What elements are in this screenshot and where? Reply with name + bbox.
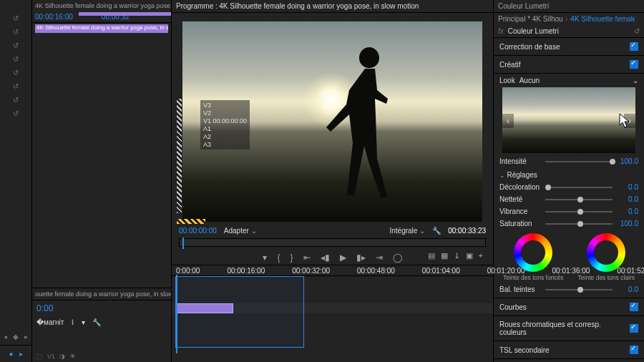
section-checkbox[interactable] — [630, 346, 638, 354]
slider-intensity[interactable]: Intensité 100.0 — [499, 157, 638, 165]
compare-button[interactable]: ▣ — [466, 251, 473, 260]
program-canvas[interactable]: V3 V2 V1 00:00:00:00 A1 A2 A3 — [182, 21, 482, 222]
marker-icon[interactable]: ▾ — [82, 318, 85, 326]
mark-out-button[interactable]: } — [291, 253, 293, 263]
section-curves[interactable]: Courbes — [494, 298, 644, 316]
sequence-tab[interactable]: ouette female doing a warrior yoga pose,… — [32, 288, 171, 300]
step-back-button[interactable]: ◂▮ — [321, 253, 330, 263]
fx-reset-icon[interactable]: ↺ — [634, 27, 640, 35]
link-icon[interactable]: ⌇ — [71, 318, 74, 326]
mark-in-button[interactable]: { — [277, 253, 280, 263]
next-icon[interactable]: ▸ — [24, 333, 28, 341]
slider-value[interactable]: 0.0 — [617, 285, 638, 293]
undo-icon-2[interactable]: ↺ — [13, 28, 19, 36]
integral-dropdown[interactable]: Intégrale ⌄ — [389, 227, 425, 235]
slider-tint[interactable]: Bal. teintes 0.0 — [499, 285, 638, 293]
settings-subheader[interactable]: ⌄ Réglages — [499, 171, 638, 179]
undo-icon-3[interactable]: ↺ — [13, 41, 19, 49]
track-toggle[interactable]: ◑ — [59, 353, 65, 360]
look-prev-button[interactable]: ‹ — [502, 114, 514, 128]
section-hsl[interactable]: TSL secondaire — [494, 341, 644, 359]
section-creative-header[interactable]: Créatif — [494, 56, 644, 74]
overlay-a2: A2 — [203, 133, 247, 140]
slider-value[interactable]: 0.0 — [617, 207, 638, 215]
section-creative-body: Look Aucun ⌄ ‹ › Intensité 100.0 ⌄ Régla… — [494, 74, 644, 298]
undo-icon-6[interactable]: ↺ — [13, 82, 19, 90]
color-wheel-icon[interactable] — [514, 233, 552, 272]
slider-track[interactable] — [545, 187, 613, 188]
safe-margin-left — [177, 99, 182, 213]
dot-icon[interactable]: ● — [9, 350, 13, 358]
undo-icon-5[interactable]: ↺ — [13, 69, 19, 77]
extract-button[interactable]: ▦ — [441, 251, 448, 260]
color-wheel-icon[interactable] — [587, 233, 625, 272]
goto-in-button[interactable]: ⇤ — [303, 253, 311, 263]
program-tc-left[interactable]: 00:00:00:00 — [179, 227, 217, 235]
section-checkbox[interactable] — [630, 42, 638, 51]
slider-faded[interactable]: Décoloration 0.0 — [499, 183, 638, 191]
slider-value[interactable]: 0.0 — [617, 195, 638, 203]
slider-vibrance[interactable]: Vibrance 0.0 — [499, 207, 638, 215]
wrench-icon[interactable]: 🔧 — [92, 318, 101, 326]
play-button[interactable]: ▶ — [340, 253, 346, 263]
lumetri-panel-title[interactable]: Couleur Lumetri — [494, 0, 644, 13]
source-clip[interactable]: 4K Silhouette female doing a warrior yog… — [35, 24, 168, 33]
goto-out-button[interactable]: ⇥ — [376, 253, 383, 263]
track-eye-icon[interactable]: 👁 — [69, 353, 76, 360]
lumetri-fx-row[interactable]: fx Couleur Lumetri ↺ — [494, 25, 644, 38]
fit-dropdown[interactable]: Adapter ⌄ — [224, 227, 257, 235]
chevron-down-icon[interactable]: ⌄ — [633, 77, 638, 84]
add-marker-button[interactable]: ▾ — [263, 253, 267, 263]
overlay-a3: A3 — [203, 141, 247, 148]
overlay-v3: V3 — [203, 102, 247, 109]
program-tc-right: 00:00:33:23 — [448, 227, 486, 235]
section-vignette[interactable]: Vignette — [494, 359, 644, 362]
slider-sharpen[interactable]: Netteté 0.0 — [499, 195, 638, 203]
slider-track[interactable] — [545, 223, 613, 225]
source-tab[interactable]: 4K Silhouette female doing a warrior yog… — [32, 0, 171, 11]
loop-button[interactable]: ◯ — [393, 253, 402, 263]
slider-saturation[interactable]: Saturation 100.0 — [499, 220, 638, 228]
program-scrubber[interactable] — [179, 238, 486, 247]
source-inout-range[interactable] — [79, 12, 171, 16]
slider-track[interactable] — [545, 211, 613, 212]
seq-workarea[interactable] — [175, 276, 304, 348]
section-checkbox[interactable] — [630, 60, 638, 69]
slider-value[interactable]: 100.0 — [617, 157, 638, 165]
look-dropdown[interactable]: Aucun — [519, 77, 628, 84]
program-tab[interactable]: Programme : 4K Silhouette female doing a… — [172, 0, 493, 13]
look-next-button[interactable]: › — [624, 114, 635, 128]
wrench-icon[interactable]: 🔧 — [432, 227, 441, 235]
undo-icon-7[interactable]: ↺ — [13, 96, 19, 104]
track-patch[interactable]: ⬚ — [36, 353, 43, 360]
ruler-tick: 00:01:52:00 — [617, 267, 644, 275]
seq-time-ruler[interactable]: 0:00:00 00:00:16:00 00:00:32:00 00:00:48… — [172, 265, 493, 275]
snap-icon[interactable]: �магніт — [36, 318, 64, 326]
diamond-icon[interactable]: ◆ — [13, 333, 19, 341]
crumb-secondary[interactable]: 4K Silhouette female doing... — [570, 15, 635, 23]
slider-label: Netteté — [499, 195, 541, 203]
section-colorwheels[interactable]: Roues chromatiques et corresp. couleurs — [494, 316, 644, 341]
prev-icon[interactable]: ◂ — [4, 333, 7, 341]
sequence-timecode[interactable]: 0:00 — [32, 303, 57, 313]
chev-r-icon[interactable]: ▸ — [19, 350, 23, 358]
lumetri-breadcrumb: Principal * 4K Silhouette femala... › 4K… — [494, 13, 644, 25]
slider-value[interactable]: 100.0 — [617, 220, 638, 228]
track-row-v1[interactable]: ⬚ V1 ◑ 👁 — [36, 351, 167, 362]
step-fwd-button[interactable]: ▮▸ — [356, 253, 366, 263]
add-button[interactable]: + — [479, 251, 483, 260]
lift-button[interactable]: ▤ — [428, 251, 435, 260]
slider-track[interactable] — [545, 161, 613, 162]
section-checkbox[interactable] — [630, 303, 638, 311]
slider-track[interactable] — [545, 199, 613, 200]
export-frame-button[interactable]: ⤓ — [454, 251, 460, 260]
section-checkbox[interactable] — [630, 324, 638, 333]
slider-track[interactable] — [545, 289, 613, 290]
section-basic[interactable]: Correction de base — [494, 38, 644, 56]
undo-icon-4[interactable]: ↺ — [13, 55, 19, 63]
undo-icon-8[interactable]: ↺ — [13, 109, 19, 117]
slider-value[interactable]: 0.0 — [617, 183, 638, 191]
silhouette-figure — [326, 41, 405, 213]
source-ruler[interactable]: 00:00:16:00 00:00:32 — [32, 11, 171, 23]
undo-icon-1[interactable]: ↺ — [13, 14, 19, 22]
